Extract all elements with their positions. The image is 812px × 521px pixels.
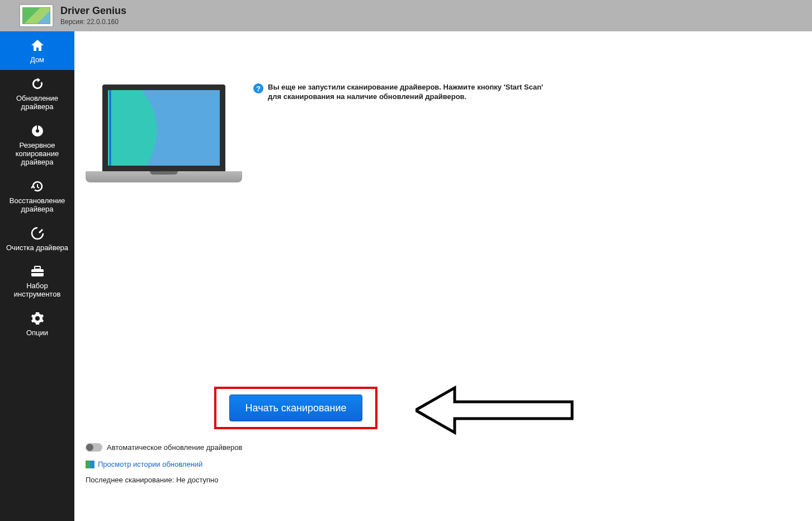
auto-update-row: Автоматическое обновление драйверов bbox=[86, 443, 242, 452]
sidebar: Дом Обновление драйвера Резервное копиро… bbox=[0, 31, 74, 521]
sidebar-item-home[interactable]: Дом bbox=[0, 31, 74, 70]
sidebar-item-label: Дом bbox=[30, 56, 44, 64]
app-logo bbox=[19, 4, 54, 27]
auto-update-label: Автоматическое обновление драйверов bbox=[107, 443, 242, 452]
sidebar-item-cleanup[interactable]: Очистка драйвера bbox=[0, 219, 74, 258]
sidebar-item-label: Резервное копирование драйвера bbox=[2, 142, 72, 167]
scan-button-highlight: Начать сканирование bbox=[214, 387, 377, 429]
sidebar-item-tools[interactable]: Набор инструментов bbox=[0, 257, 74, 304]
sidebar-item-label: Восстановление драйвера bbox=[2, 197, 72, 214]
sidebar-item-label: Опции bbox=[26, 329, 48, 337]
history-icon bbox=[86, 461, 95, 468]
app-version: Версия: 22.0.0.160 bbox=[60, 18, 126, 26]
gear-icon bbox=[29, 311, 46, 326]
app-title: Driver Genius bbox=[60, 6, 126, 17]
home-icon bbox=[29, 38, 46, 53]
history-row: Просмотр истории обновлений bbox=[86, 460, 202, 468]
header-text-block: Driver Genius Версия: 22.0.0.160 bbox=[60, 6, 126, 26]
question-icon: ? bbox=[253, 83, 263, 93]
sidebar-item-backup[interactable]: Резервное копирование драйвера bbox=[0, 117, 74, 172]
laptop-illustration bbox=[86, 85, 242, 191]
info-message: ? Вы еще не запустили сканирование драйв… bbox=[253, 83, 544, 102]
last-scan-text: Последнее сканирование: Не доступно bbox=[86, 476, 219, 484]
refresh-icon bbox=[29, 77, 46, 91]
sidebar-item-label: Очистка драйвера bbox=[6, 244, 68, 252]
sidebar-item-restore[interactable]: Восстановление драйвера bbox=[0, 172, 74, 219]
main-content: ? Вы еще не запустили сканирование драйв… bbox=[74, 31, 812, 521]
toolbox-icon bbox=[29, 264, 46, 279]
start-scan-button[interactable]: Начать сканирование bbox=[229, 395, 362, 421]
svg-rect-4 bbox=[31, 272, 44, 273]
svg-rect-3 bbox=[35, 266, 40, 269]
info-text: Вы еще не запустили сканирование драйвер… bbox=[268, 83, 544, 102]
sidebar-item-label: Набор инструментов bbox=[2, 282, 72, 299]
view-history-link[interactable]: Просмотр истории обновлений bbox=[98, 460, 202, 468]
clean-icon bbox=[29, 226, 46, 241]
disc-icon bbox=[29, 124, 46, 138]
restore-icon bbox=[29, 179, 46, 194]
sidebar-item-options[interactable]: Опции bbox=[0, 304, 74, 343]
svg-point-1 bbox=[36, 129, 39, 133]
sidebar-item-update[interactable]: Обновление драйвера bbox=[0, 70, 74, 117]
arrow-annotation bbox=[416, 385, 578, 435]
sidebar-item-label: Обновление драйвера bbox=[2, 95, 72, 111]
app-header: Driver Genius Версия: 22.0.0.160 bbox=[0, 0, 812, 31]
auto-update-toggle[interactable] bbox=[86, 443, 102, 452]
